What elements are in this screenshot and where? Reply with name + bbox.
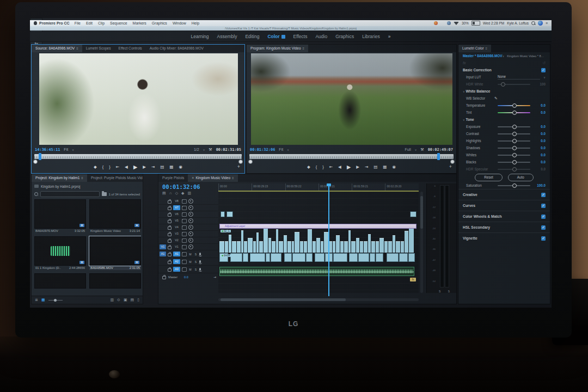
source-go-to-out-button[interactable]: ⇥: [151, 164, 155, 169]
lumetri-section-creative[interactable]: Creative✓: [458, 189, 550, 200]
list-view-button[interactable]: ≣: [35, 298, 38, 302]
project-tab[interactable]: Project: Purple Pistols Music Vid: [87, 174, 143, 182]
menu-file[interactable]: File: [72, 21, 83, 25]
timeline-clip-segment[interactable]: [284, 253, 292, 262]
lumetri-master-clip[interactable]: Master * 8A6A8986.MOV: [463, 54, 502, 58]
source-video-frame[interactable]: [39, 53, 238, 145]
track-name[interactable]: V7: [173, 205, 180, 210]
source-patch-cell[interactable]: [160, 199, 166, 204]
chevron-down-icon[interactable]: ∨: [543, 76, 546, 79]
program-mark-in-button[interactable]: {: [316, 164, 317, 169]
timeline-clip-segment[interactable]: [292, 241, 294, 253]
basic-correction-header[interactable]: Basic Correction ✓: [458, 66, 550, 74]
track-name[interactable]: A3: [173, 267, 180, 272]
timeline-clip-segment[interactable]: [351, 241, 356, 253]
sync-lock-icon[interactable]: [182, 245, 187, 249]
source-patch-cell[interactable]: [160, 225, 166, 230]
menu-sequence[interactable]: Sequence: [107, 21, 130, 25]
timeline-clip-segment[interactable]: [340, 241, 344, 253]
program-current-timecode[interactable]: 00:01:32:06: [250, 148, 275, 152]
timeline-clip-segment[interactable]: [226, 211, 233, 217]
lumetri-section-color-wheels-match[interactable]: Color Wheels & Match✓: [458, 211, 550, 222]
timeline-clip-segment[interactable]: [230, 253, 242, 262]
menu-help[interactable]: Help: [189, 21, 202, 25]
clip-card[interactable]: [89, 273, 141, 289]
source-export-frame-button[interactable]: ◉: [179, 164, 182, 169]
program-step-forward-button[interactable]: ▶: [356, 164, 359, 169]
timeline-clip-segment[interactable]: [360, 241, 363, 253]
workspace-tab-effects[interactable]: Effects: [293, 34, 308, 39]
timeline-clip-segment[interactable]: [348, 230, 351, 253]
voiceover-record-icon[interactable]: [199, 260, 201, 263]
toggle-track-output-icon[interactable]: [188, 238, 193, 243]
panel-menu-icon[interactable]: ≡: [486, 45, 488, 52]
clip-card[interactable]: [34, 273, 86, 289]
wifi-icon[interactable]: [454, 22, 459, 25]
timeline-clip-segment[interactable]: [244, 241, 247, 253]
snap-toggle-icon[interactable]: ∩: [169, 191, 172, 195]
source-patch-cell[interactable]: V1: [160, 244, 166, 249]
clip-card[interactable]: ▣Kingdom Music Video3:21:14: [89, 199, 141, 233]
track-name[interactable]: V3: [173, 231, 180, 236]
source-playback-resolution[interactable]: 1/2: [194, 148, 199, 151]
timeline-clip-area[interactable]: Adjustment Layer 02_C 8A6A fx: [218, 192, 419, 293]
section-checkbox[interactable]: ✓: [541, 193, 546, 197]
project-tab[interactable]: Project: Kingdom by Halim1≡: [32, 174, 87, 182]
timeline-clip-segment[interactable]: [313, 241, 316, 253]
timeline-clip-segment[interactable]: [229, 235, 231, 253]
eyedropper-icon[interactable]: ✎: [494, 96, 498, 101]
shadows-slider[interactable]: [498, 148, 530, 149]
temperature-slider[interactable]: [498, 105, 530, 106]
lumetri-section-hsl-secondary[interactable]: HSL Secondary✓: [458, 222, 550, 232]
source-add-marker-button[interactable]: ◆: [94, 164, 97, 169]
source-panel-tab[interactable]: Source: 8A6A8986.MOV≡: [32, 45, 82, 52]
program-video-frame[interactable]: [251, 53, 452, 145]
timeline-clip-segment[interactable]: [259, 241, 263, 253]
track-lock-icon[interactable]: [168, 261, 171, 264]
chevron-down-icon[interactable]: ∨: [502, 54, 504, 58]
track-name[interactable]: A1: [173, 252, 180, 256]
chevron-down-icon[interactable]: ∨: [72, 148, 74, 151]
clip-card[interactable]: ▦01 1 Kingdom (D..2:44:28656: [34, 236, 86, 270]
source-current-timecode[interactable]: 14:36:45:11: [35, 148, 60, 152]
timeline-clip-segment[interactable]: [225, 241, 228, 253]
auto-button[interactable]: Auto: [508, 174, 534, 181]
track-lock-icon[interactable]: [168, 253, 171, 256]
mute-button[interactable]: M: [188, 268, 192, 271]
menu-user[interactable]: Kyle A. Loftus: [507, 21, 529, 25]
program-play-button[interactable]: ▶: [347, 164, 351, 170]
menu-edit[interactable]: Edit: [83, 21, 95, 25]
timeline-clip-segment[interactable]: [401, 241, 404, 253]
timeline-clip-segment[interactable]: [333, 253, 347, 262]
add-marker-icon[interactable]: ◆: [181, 191, 184, 195]
track-lock-icon[interactable]: [168, 268, 171, 272]
source-mark-in-button[interactable]: {: [102, 164, 104, 169]
solo-button[interactable]: S: [194, 253, 198, 256]
timeline-clip-segment[interactable]: [232, 241, 236, 253]
mute-button[interactable]: M: [188, 260, 192, 264]
workspace-tab-libraries[interactable]: Libraries: [362, 34, 380, 39]
timeline-vertical-scrollbar[interactable]: [420, 192, 423, 293]
spotlight-search-icon[interactable]: [531, 21, 535, 25]
workspace-tab-assembly[interactable]: Assembly: [217, 34, 237, 39]
timeline-clip-segment[interactable]: [304, 241, 307, 253]
settings-wrench-icon[interactable]: ⚒: [209, 148, 212, 152]
source-patch-cell[interactable]: [160, 218, 166, 223]
track-lock-icon[interactable]: [168, 226, 171, 230]
basic-correction-checkbox[interactable]: ✓: [541, 68, 546, 72]
source-zoom-select[interactable]: Fit: [64, 148, 68, 151]
clip-card[interactable]: ▦8A6A8986.MOV2:31:05: [89, 236, 141, 270]
timeline-clip-segment[interactable]: [315, 253, 324, 262]
settings-wrench-icon[interactable]: ⚒: [420, 148, 424, 152]
sync-lock-icon[interactable]: [182, 199, 187, 204]
lumetri-section-curves[interactable]: Curves✓: [458, 200, 550, 211]
track-name[interactable]: V6: [173, 212, 180, 217]
workspace-tab-learning[interactable]: Learning: [191, 34, 209, 39]
app-menu-title[interactable]: Premiere Pro CC: [39, 21, 70, 25]
menu-graphics[interactable]: Graphics: [149, 21, 170, 25]
timeline-clip-segment[interactable]: [409, 229, 414, 253]
timeline-clip-segment[interactable]: [344, 241, 348, 253]
source-overwrite-button[interactable]: ▦: [169, 164, 173, 169]
timeline-clip-segment[interactable]: [336, 235, 340, 253]
timeline-clip-segment[interactable]: [370, 253, 375, 262]
